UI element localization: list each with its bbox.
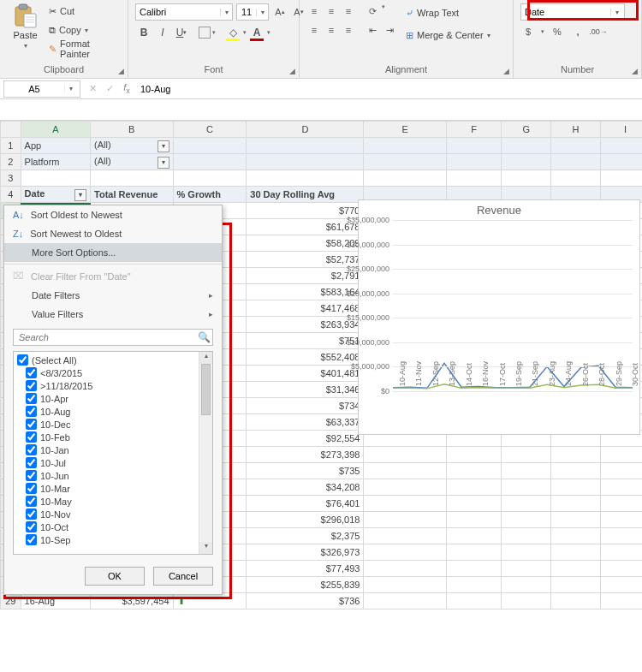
row-header[interactable]: 1 — [1, 138, 21, 154]
row-header[interactable]: 2 — [1, 154, 21, 170]
cell[interactable] — [502, 447, 551, 463]
merge-center-button[interactable]: ⊞ Merge & Center ▾ — [406, 26, 490, 45]
cell[interactable] — [502, 154, 551, 170]
name-box-input[interactable] — [4, 84, 64, 94]
cell[interactable] — [601, 154, 642, 170]
scroll-thumb[interactable] — [201, 364, 211, 415]
font-color-button[interactable]: A — [248, 24, 265, 41]
filter-checkbox[interactable] — [26, 444, 37, 455]
grid[interactable]: ABCDEFGHI1App(All)▾2Platform(All)▾34Date… — [0, 121, 642, 610]
cell[interactable] — [551, 447, 601, 463]
filter-item[interactable]: 10-Mar — [14, 482, 199, 495]
cell[interactable]: 16-Aug — [21, 593, 90, 610]
col-header-G[interactable]: G — [502, 122, 551, 138]
filter-item[interactable]: 10-Aug — [14, 405, 199, 418]
cell[interactable] — [364, 496, 446, 512]
cell[interactable] — [551, 544, 601, 561]
cell[interactable] — [601, 479, 642, 496]
cell[interactable] — [446, 593, 501, 610]
cell[interactable] — [446, 170, 501, 187]
cell[interactable]: $735 — [247, 463, 364, 479]
filter-checkbox[interactable] — [17, 354, 28, 366]
cell[interactable] — [551, 463, 601, 479]
cell[interactable] — [446, 154, 501, 170]
font-name-combo[interactable]: ▾ — [135, 3, 233, 21]
cell[interactable] — [364, 463, 446, 479]
align-center-icon[interactable]: ≡ — [324, 22, 339, 38]
chevron-down-icon[interactable]: ▾ — [24, 42, 27, 50]
cell[interactable] — [601, 561, 642, 577]
cell[interactable] — [551, 479, 601, 496]
col-header-C[interactable]: C — [173, 122, 247, 138]
cell[interactable] — [446, 577, 501, 593]
cell[interactable] — [364, 170, 446, 187]
col-header-B[interactable]: B — [91, 122, 173, 138]
filter-checkbox[interactable] — [26, 406, 37, 417]
cell[interactable] — [91, 170, 173, 187]
align-right-icon[interactable]: ≡ — [341, 22, 356, 38]
col-header-H[interactable]: H — [551, 122, 601, 138]
formula-input[interactable] — [135, 84, 642, 94]
cell[interactable] — [173, 170, 247, 187]
cell[interactable] — [601, 496, 642, 512]
filter-checkbox[interactable] — [26, 419, 37, 430]
filter-item[interactable]: (Select All) — [14, 354, 199, 366]
cell[interactable] — [364, 528, 446, 544]
cell-header-date[interactable]: Date▾ — [21, 187, 90, 203]
decrease-indent-icon[interactable]: ⇤ — [365, 22, 380, 38]
alignment-dialog-launcher[interactable]: ◢ — [501, 66, 511, 76]
col-header-F[interactable]: F — [446, 122, 501, 138]
cell[interactable]: $326,973 — [247, 544, 364, 561]
cell[interactable] — [502, 528, 551, 544]
cell[interactable]: $296,018 — [247, 512, 364, 528]
italic-button[interactable]: I — [154, 24, 171, 41]
cell[interactable] — [446, 463, 501, 479]
scroll-down-icon[interactable]: ▾ — [199, 542, 212, 554]
cell[interactable] — [446, 138, 501, 154]
name-box[interactable]: ▾ — [3, 80, 80, 98]
chevron-down-icon[interactable]: ▾ — [64, 85, 76, 92]
filter-item[interactable]: >11/18/2015 — [14, 379, 199, 392]
number-dialog-launcher[interactable]: ◢ — [629, 66, 639, 76]
filter-drop-icon[interactable]: ▾ — [74, 189, 86, 201]
number-format-combo[interactable]: ▾ — [520, 3, 625, 21]
cell[interactable] — [446, 544, 501, 561]
font-name-input[interactable] — [136, 4, 220, 20]
filter-checkbox[interactable] — [26, 470, 37, 481]
value-filters[interactable]: Value Filters ▸ — [4, 305, 222, 324]
filter-item[interactable]: 10-Nov — [14, 508, 199, 520]
cell[interactable] — [502, 593, 551, 610]
cancel-formula-icon[interactable]: ✕ — [84, 83, 101, 94]
select-all-corner[interactable] — [1, 122, 21, 138]
cell[interactable] — [551, 512, 601, 528]
filter-checkbox[interactable] — [26, 431, 37, 443]
chevron-down-icon[interactable]: ▾ — [220, 9, 232, 16]
row-header[interactable]: 4 — [1, 187, 21, 203]
cell[interactable]: Platform — [21, 154, 90, 170]
cut-button[interactable]: ✂ Cut — [49, 2, 121, 21]
cell[interactable] — [502, 577, 551, 593]
filter-scrollbar[interactable]: ▴ ▾ — [199, 352, 212, 554]
col-header-D[interactable]: D — [247, 122, 364, 138]
cell[interactable] — [446, 512, 501, 528]
chart-revenue[interactable]: Revenue $0$5,000,000$10,000,000$15,000,0… — [358, 199, 640, 435]
cell[interactable]: App — [21, 138, 90, 154]
cell[interactable] — [364, 577, 446, 593]
cell[interactable] — [502, 496, 551, 512]
increase-font-icon[interactable]: A▴ — [272, 4, 288, 20]
cell[interactable] — [601, 528, 642, 544]
cell[interactable] — [364, 154, 446, 170]
cell[interactable] — [601, 593, 642, 610]
filter-item[interactable]: 10-Jul — [14, 456, 199, 469]
increase-indent-icon[interactable]: ⇥ — [382, 22, 397, 38]
border-button[interactable] — [199, 27, 211, 39]
cell[interactable] — [173, 154, 247, 170]
cell[interactable] — [364, 138, 446, 154]
cell[interactable] — [601, 170, 642, 187]
cell[interactable] — [247, 170, 364, 187]
cell[interactable] — [364, 512, 446, 528]
filter-checkbox[interactable] — [26, 496, 37, 507]
col-header-I[interactable]: I — [601, 122, 642, 138]
cell-header-rolling[interactable]: 30 Day Rolling Avg — [247, 187, 364, 203]
filter-checkbox[interactable] — [26, 483, 37, 494]
